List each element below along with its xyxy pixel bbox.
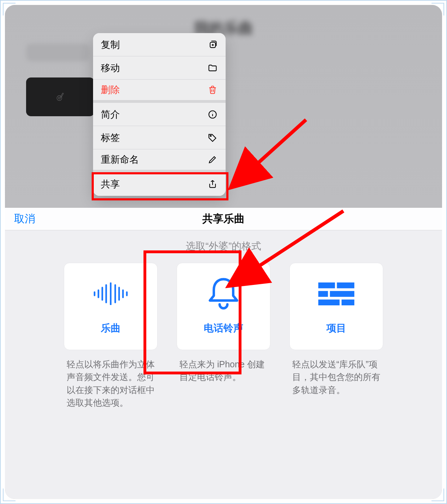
svg-rect-17 <box>337 282 354 288</box>
svg-point-5 <box>210 135 211 136</box>
card-description: 轻点来为 iPhone 创建自定电话铃声。 <box>179 358 268 384</box>
share-icon <box>207 179 218 189</box>
share-option-song[interactable]: 乐曲 轻点以将乐曲作为立体声音频文件发送。您可以在接下来的对话框中选取其他选项。 <box>64 263 158 409</box>
project-thumbnail[interactable] <box>26 77 94 116</box>
bell-icon <box>204 278 243 310</box>
card-label: 项目 <box>326 322 346 335</box>
menu-item-delete[interactable]: 删除 <box>93 80 226 103</box>
menu-label: 简介 <box>101 108 120 121</box>
card-description: 轻点以发送“库乐队”项目，其中包含您的所有多轨道录音。 <box>292 358 380 396</box>
share-option-project[interactable]: 项目 轻点以发送“库乐队”项目，其中包含您的所有多轨道录音。 <box>289 263 383 409</box>
copy-plus-icon <box>207 39 218 50</box>
svg-rect-21 <box>342 300 354 305</box>
share-subtitle: 选取“外婆”的格式 <box>5 239 442 253</box>
svg-rect-16 <box>318 282 335 288</box>
context-menu: 复制 移动 <box>93 33 226 196</box>
menu-label: 删除 <box>101 83 120 96</box>
svg-rect-19 <box>330 291 354 296</box>
svg-rect-2 <box>60 93 63 98</box>
menu-label: 共享 <box>101 178 120 191</box>
trash-icon <box>207 85 218 95</box>
card-description: 轻点以将乐曲作为立体声音频文件发送。您可以在接下来的对话框中选取其他选项。 <box>67 358 155 409</box>
menu-item-info[interactable]: 简介 <box>93 103 226 126</box>
share-title: 共享乐曲 <box>5 212 442 226</box>
svg-rect-20 <box>318 300 339 305</box>
menu-item-copy[interactable]: 复制 <box>93 33 226 56</box>
share-header: 取消 共享乐曲 <box>5 208 442 230</box>
info-icon <box>207 109 218 120</box>
svg-rect-18 <box>318 291 327 296</box>
menu-label: 标签 <box>101 131 120 144</box>
tracks-icon <box>317 278 356 310</box>
share-option-ringtone[interactable]: 电话铃声 轻点来为 iPhone 创建自定电话铃声。 <box>177 263 270 409</box>
card-label: 电话铃声 <box>204 322 243 335</box>
annotation-arrow-to-share <box>239 116 317 188</box>
menu-label: 复制 <box>101 38 120 51</box>
cancel-button[interactable]: 取消 <box>14 212 35 226</box>
menu-item-tags[interactable]: 标签 <box>93 126 226 149</box>
folder-icon <box>207 63 218 73</box>
menu-label: 移动 <box>101 62 120 74</box>
card-label: 乐曲 <box>101 322 121 335</box>
svg-point-1 <box>59 97 60 99</box>
menu-item-rename[interactable]: 重新命名 <box>93 149 226 173</box>
pencil-icon <box>207 154 218 165</box>
context-menu-background: 我的乐曲 复制 <box>5 5 442 208</box>
waveform-icon <box>91 278 130 310</box>
svg-point-0 <box>57 96 62 101</box>
svg-line-6 <box>251 120 306 169</box>
guitar-icon <box>48 85 73 109</box>
menu-item-move[interactable]: 移动 <box>93 56 226 80</box>
menu-label: 重新命名 <box>101 153 139 166</box>
blurred-nav-item <box>26 44 90 61</box>
menu-item-share[interactable]: 共享 <box>93 173 226 196</box>
tag-icon <box>207 132 218 143</box>
share-sheet: 取消 共享乐曲 选取“外婆”的格式 <box>5 208 442 499</box>
